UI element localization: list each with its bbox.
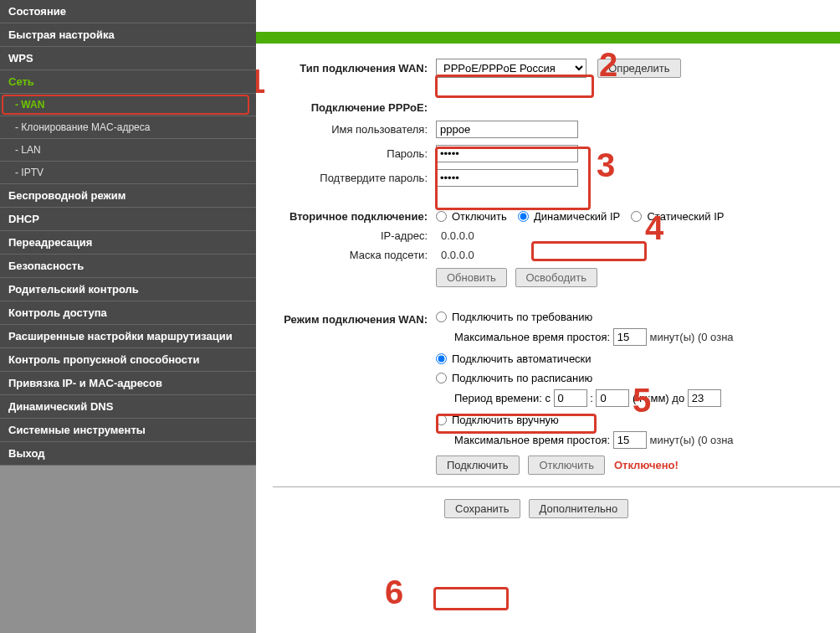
period-from-h-input[interactable] xyxy=(554,389,587,407)
refresh-button[interactable]: Обновить xyxy=(436,268,507,287)
mode-manual-label: Подключить вручную xyxy=(452,414,559,426)
header-bar xyxy=(256,32,840,44)
sec-static-label: Статический IP xyxy=(647,210,724,223)
sidebar-item-status[interactable]: Состояние xyxy=(0,0,256,23)
connection-status: Отключено! xyxy=(614,459,679,471)
ip-label: IP-адрес: xyxy=(264,229,436,242)
sec-static-radio[interactable] xyxy=(631,211,642,222)
sec-off-radio[interactable] xyxy=(436,211,447,222)
secondary-conn-label: Вторичное подключение: xyxy=(264,210,436,223)
sidebar-sub-wan-label: - WAN xyxy=(15,99,44,111)
idle-time-2-input[interactable] xyxy=(613,431,647,449)
sidebar: Состояние Быстрая настройка WPS Сеть - W… xyxy=(0,0,256,633)
sidebar-sub-iptv[interactable]: - IPTV xyxy=(0,162,256,184)
sidebar-item-routing[interactable]: Расширенные настройки маршрутизации xyxy=(0,325,256,348)
advanced-button[interactable]: Дополнительно xyxy=(529,499,629,518)
divider xyxy=(273,486,840,487)
release-button[interactable]: Освободить xyxy=(515,268,598,287)
sidebar-item-network[interactable]: Сеть xyxy=(0,70,256,94)
period-from-m-input[interactable] xyxy=(596,389,629,407)
password-confirm-input[interactable] xyxy=(436,169,578,187)
sidebar-item-security[interactable]: Безопасность xyxy=(0,255,256,278)
password-confirm-label: Подтвердите пароль: xyxy=(264,172,436,184)
mask-value: 0.0.0.0 xyxy=(436,249,474,261)
period-label: Период времени: с xyxy=(454,392,551,404)
minutes-suffix-2: минут(ы) (0 озна xyxy=(649,434,733,446)
wan-type-label: Тип подключения WAN: xyxy=(264,62,436,75)
sidebar-sub-wan[interactable]: - WAN xyxy=(0,94,256,116)
sidebar-item-dhcp[interactable]: DHCP xyxy=(0,208,256,231)
mode-schedule-label: Подключить по расписанию xyxy=(452,372,592,384)
mask-label: Маска подсети: xyxy=(264,249,436,261)
password-label: Пароль: xyxy=(264,147,436,160)
sec-off-label: Отключить xyxy=(452,210,507,223)
sidebar-item-access-control[interactable]: Контроль доступа xyxy=(0,301,256,325)
main-content: Тип подключения WAN: PPPoE/PPPoE Россия … xyxy=(256,0,840,633)
sidebar-item-logout[interactable]: Выход xyxy=(0,442,256,466)
disconnect-button[interactable]: Отключить xyxy=(528,455,605,475)
username-input[interactable] xyxy=(436,121,578,138)
save-button[interactable]: Сохранить xyxy=(444,499,520,518)
sidebar-item-parental[interactable]: Родительский контроль xyxy=(0,278,256,301)
mode-manual-radio[interactable] xyxy=(436,414,447,425)
annotation-num-6: 6 xyxy=(385,574,403,611)
username-label: Имя пользователя: xyxy=(264,123,436,136)
sec-dyn-label: Динамический IP xyxy=(534,210,620,223)
ip-value: 0.0.0.0 xyxy=(436,229,474,242)
wan-type-select[interactable]: PPPoE/PPPoE Россия xyxy=(436,59,586,78)
sidebar-sub-mac-clone[interactable]: - Клонирование MAC-адреса xyxy=(0,116,256,139)
wan-mode-label: Режим подключения WAN: xyxy=(264,311,436,326)
sec-dyn-radio[interactable] xyxy=(518,211,529,222)
idle-time-1-input[interactable] xyxy=(613,328,647,346)
period-to-h-input[interactable] xyxy=(688,389,721,407)
sidebar-item-forwarding[interactable]: Переадресация xyxy=(0,231,256,255)
sidebar-item-quick-setup[interactable]: Быстрая настройка xyxy=(0,23,256,47)
sidebar-item-wps[interactable]: WPS xyxy=(0,47,256,70)
mode-auto-radio[interactable] xyxy=(436,353,447,364)
mode-auto-label: Подключить автоматически xyxy=(452,353,592,365)
mode-on-demand-label: Подключить по требованию xyxy=(452,311,592,323)
sidebar-item-bandwidth[interactable]: Контроль пропускной способности xyxy=(0,348,256,372)
idle-label-2: Максимальное время простоя: xyxy=(454,434,610,446)
mode-on-demand-radio[interactable] xyxy=(436,311,447,322)
connect-button[interactable]: Подключить xyxy=(436,455,520,475)
sidebar-item-ddns[interactable]: Динамический DNS xyxy=(0,395,256,419)
sidebar-item-system-tools[interactable]: Системные инструменты xyxy=(0,419,256,442)
pppoe-header: Подключение PPPoE: xyxy=(264,101,436,114)
annotation-box-6 xyxy=(433,587,509,610)
period-hhmm-label: (чч:мм) до xyxy=(633,392,684,404)
idle-label-1: Максимальное время простоя: xyxy=(454,331,610,343)
detect-button[interactable]: Определить xyxy=(597,59,680,78)
mode-schedule-radio[interactable] xyxy=(436,373,447,383)
sidebar-item-ip-mac-binding[interactable]: Привязка IP- и MAC-адресов xyxy=(0,372,256,395)
sidebar-item-wireless[interactable]: Беспроводной режим xyxy=(0,184,256,208)
password-input[interactable] xyxy=(436,145,578,162)
minutes-suffix-1: минут(ы) (0 озна xyxy=(649,331,733,343)
sidebar-sub-lan[interactable]: - LAN xyxy=(0,139,256,162)
